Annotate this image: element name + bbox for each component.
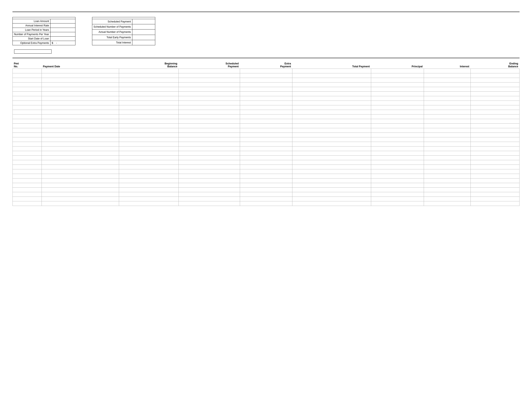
cell-payment_date [42, 87, 119, 92]
cell-scheduled_payment [179, 73, 240, 78]
cell-scheduled_payment [179, 201, 240, 206]
cell-pmt_no [13, 78, 42, 83]
cell-ending_balance [470, 201, 519, 206]
cell-pmt_no [13, 87, 42, 92]
table-row [13, 92, 520, 96]
enter-values-value-3[interactable] [50, 32, 75, 37]
cell-extra_payment [240, 151, 292, 156]
col-header-interest: Interest [424, 61, 470, 69]
cell-scheduled_payment [179, 83, 240, 87]
table-row [13, 133, 520, 137]
cell-total_payment [292, 160, 371, 165]
enter-values-table: Loan AmountAnnual Interest RateLoan Peri… [12, 17, 76, 45]
table-row [13, 69, 520, 73]
cell-extra_payment [240, 188, 292, 192]
cell-scheduled_payment [179, 197, 240, 201]
cell-interest [424, 110, 470, 115]
cell-pmt_no [13, 101, 42, 105]
table-row [13, 128, 520, 133]
cell-extra_payment [240, 156, 292, 160]
cell-pmt_no [13, 151, 42, 156]
cell-interest [424, 133, 470, 137]
cell-ending_balance [470, 124, 519, 128]
enter-values-value-5[interactable]: $- [50, 41, 75, 45]
enter-values-value-4[interactable] [50, 37, 75, 41]
cell-scheduled_payment [179, 110, 240, 115]
cell-principal [371, 197, 424, 201]
cell-total_payment [292, 78, 371, 83]
cell-beginning_balance [119, 101, 179, 105]
table-row [13, 151, 520, 156]
table-row [13, 96, 520, 101]
cell-extra_payment [240, 78, 292, 83]
lender-name-input[interactable] [14, 49, 52, 54]
cell-principal [371, 101, 424, 105]
cell-scheduled_payment [179, 96, 240, 101]
cell-interest [424, 105, 470, 110]
cell-total_payment [292, 115, 371, 119]
cell-pmt_no [13, 174, 42, 179]
cell-beginning_balance [119, 119, 179, 124]
table-row [13, 183, 520, 188]
col-header-total_payment: Total Payment [292, 61, 371, 69]
cell-ending_balance [470, 188, 519, 192]
cell-extra_payment [240, 115, 292, 119]
cell-scheduled_payment [179, 174, 240, 179]
table-row [13, 156, 520, 160]
cell-payment_date [42, 151, 119, 156]
cell-scheduled_payment [179, 92, 240, 96]
cell-beginning_balance [119, 146, 179, 151]
cell-pmt_no [13, 169, 42, 174]
cell-interest [424, 188, 470, 192]
cell-beginning_balance [119, 115, 179, 119]
cell-principal [371, 201, 424, 206]
cell-total_payment [292, 87, 371, 92]
enter-values-value-1[interactable] [50, 23, 75, 28]
cell-payment_date [42, 137, 119, 142]
cell-payment_date [42, 183, 119, 188]
cell-beginning_balance [119, 92, 179, 96]
cell-scheduled_payment [179, 169, 240, 174]
cell-extra_payment [240, 92, 292, 96]
enter-values-header [13, 17, 76, 19]
cell-extra_payment [240, 183, 292, 188]
cell-interest [424, 115, 470, 119]
cell-scheduled_payment [179, 156, 240, 160]
cell-interest [424, 197, 470, 201]
cell-payment_date [42, 115, 119, 119]
cell-total_payment [292, 69, 371, 73]
cell-payment_date [42, 192, 119, 197]
cell-payment_date [42, 69, 119, 73]
table-row [13, 146, 520, 151]
enter-values-value-0[interactable] [50, 19, 75, 23]
bottom-divider [12, 58, 520, 58]
cell-extra_payment [240, 174, 292, 179]
col-header-beginning_balance: BeginningBalance [119, 61, 179, 69]
col-header-principal: Principal [371, 61, 424, 69]
cell-principal [371, 188, 424, 192]
cell-ending_balance [470, 87, 519, 92]
cell-principal [371, 105, 424, 110]
cell-extra_payment [240, 179, 292, 183]
cell-total_payment [292, 105, 371, 110]
cell-principal [371, 160, 424, 165]
cell-payment_date [42, 160, 119, 165]
cell-ending_balance [470, 156, 519, 160]
cell-pmt_no [13, 73, 42, 78]
cell-beginning_balance [119, 174, 179, 179]
table-row [13, 78, 520, 83]
enter-values-value-2[interactable] [50, 28, 75, 32]
cell-scheduled_payment [179, 137, 240, 142]
cell-pmt_no [13, 96, 42, 101]
cell-principal [371, 87, 424, 92]
cell-payment_date [42, 119, 119, 124]
cell-beginning_balance [119, 160, 179, 165]
col-header-ending_balance: EndingBalance [470, 61, 519, 69]
cell-interest [424, 174, 470, 179]
cell-total_payment [292, 83, 371, 87]
table-row [13, 110, 520, 115]
cell-pmt_no [13, 133, 42, 137]
cell-beginning_balance [119, 183, 179, 188]
cell-total_payment [292, 146, 371, 151]
cell-beginning_balance [119, 83, 179, 87]
